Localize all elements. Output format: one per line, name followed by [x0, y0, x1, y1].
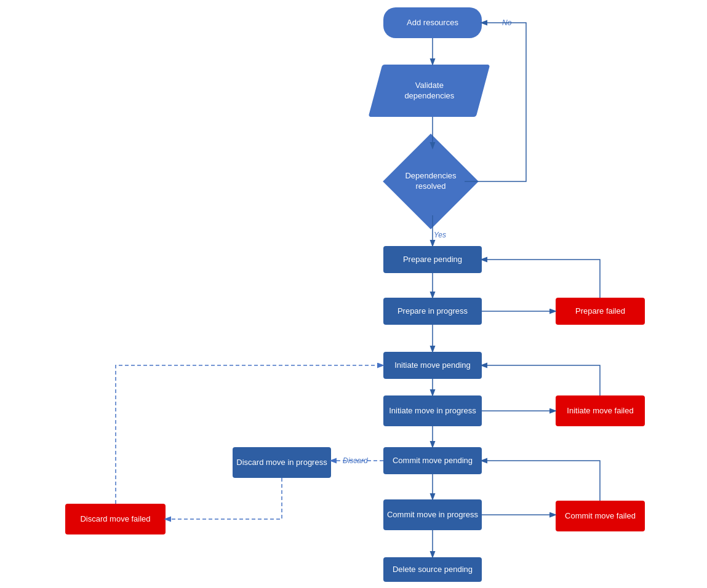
commit-move-failed-node: Commit move failed	[556, 501, 645, 531]
validate-deps-node: Validate dependencies	[369, 65, 490, 117]
commit-move-in-progress-node: Commit move in progress	[383, 499, 482, 530]
prepare-failed-node: Prepare failed	[556, 298, 645, 325]
prepare-pending-node: Prepare pending	[383, 246, 482, 273]
validate-deps-label: Validate dependencies	[402, 81, 457, 101]
yes-label: Yes	[434, 231, 446, 239]
initiate-move-in-progress-node: Initiate move in progress	[383, 395, 482, 426]
initiate-move-failed-node: Initiate move failed	[556, 395, 645, 426]
delete-source-pending-node: Delete source pending	[383, 557, 482, 582]
commit-move-pending-node: Commit move pending	[383, 447, 482, 474]
flowchart-diagram: Add resources Validate dependencies Depe…	[0, 0, 707, 588]
deps-resolved-node: Dependencies resolved	[397, 148, 465, 215]
add-resources-node: Add resources	[383, 7, 482, 38]
prepare-in-progress-node: Prepare in progress	[383, 298, 482, 325]
no-label: No	[502, 18, 511, 27]
discard-label: Discard	[343, 456, 368, 465]
connectors-svg	[0, 0, 707, 588]
discard-move-failed-node: Discard move failed	[65, 504, 166, 534]
discard-move-in-progress-node: Discard move in progress	[233, 447, 331, 478]
initiate-move-pending-node: Initiate move pending	[383, 352, 482, 379]
